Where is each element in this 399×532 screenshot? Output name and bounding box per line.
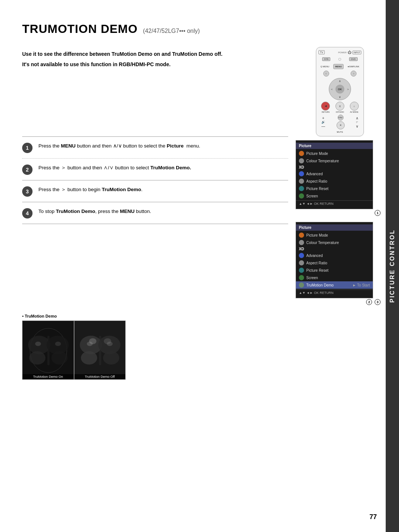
step-3-row: 3 Press the ＞ button to begin TruMotion … — [22, 180, 288, 202]
svg-point-6 — [51, 351, 68, 365]
remote-row-stb-dvd: STB ○ DVD — [318, 56, 361, 62]
remote-input-label: INPUT — [352, 51, 361, 54]
step-1-row: 1 Press the MENU button and then ∧/∨ but… — [22, 136, 288, 158]
side-bar: PICTURE CONTROL — [386, 0, 399, 532]
menu-1-icon-1 — [299, 151, 304, 156]
menu-1-item-advanced: Advanced — [296, 170, 373, 177]
demo-on-label: TruMotion Demo On — [23, 374, 74, 379]
remote-vol-row: + 🔊 — FAV ✕ ∧ P ∨ — [318, 115, 361, 129]
menu-1-label-3: Advanced — [306, 172, 323, 176]
svg-point-8 — [55, 342, 61, 346]
menu-2-label-3: Advanced — [306, 254, 323, 258]
circle-1: 1 — [375, 210, 381, 216]
menu-2-circles: 2 3 — [365, 299, 381, 305]
remote-dvd-btn[interactable]: DVD — [349, 57, 358, 61]
svg-point-18 — [104, 338, 111, 344]
menu-2: Picture Picture Mode Colour Temperature … — [296, 222, 373, 298]
svg-point-5 — [29, 351, 45, 365]
menu-2-label-5: Picture Reset — [306, 268, 328, 272]
remote-fav-btn[interactable]: FAV — [338, 115, 344, 121]
step-2-text: Press the ＞ button and then ∧/∨ button t… — [38, 164, 288, 172]
nav-down-arrow: ∨ — [339, 95, 341, 99]
menu-2-title: Picture — [296, 224, 373, 231]
menu-1-circle: 1 — [373, 210, 381, 216]
remote-qmenu-label: Q MENU — [320, 65, 329, 68]
svg-point-7 — [35, 342, 41, 346]
menu-2-item-aspect: Aspect Ratio — [296, 259, 373, 267]
remote-vol-icon: 🔊 — [321, 121, 325, 124]
title-section: TRUMOTION DEMO (42/47/52LG7••• only) — [22, 22, 381, 36]
menu-1-label-2: Colour Temperature — [306, 159, 339, 163]
step-3-text: Press the ＞ button to begin TruMotion De… — [38, 186, 288, 194]
menu-1-icon-3 — [299, 171, 304, 176]
svg-point-13 — [81, 351, 97, 365]
step-1-text: Press the MENU button and then ∧/∨ butto… — [38, 142, 288, 150]
menu-2-item-picreset: Picture Reset — [296, 267, 373, 274]
circle-3: 3 — [375, 299, 381, 305]
remote-return-label: RETURN — [322, 111, 330, 113]
remote-power-label: POWER — [338, 51, 347, 54]
menu-1-icon-6 — [299, 193, 304, 199]
menu-2-item-colortemp: Colour Temperature — [296, 239, 373, 246]
remote-menu-btn[interactable]: MENU — [333, 64, 344, 69]
page-title-main: TRUMOTION DEMO — [22, 22, 138, 35]
nav-ok-btn[interactable]: OK — [335, 85, 344, 94]
upper-section: Use it to see the difference between Tru… — [22, 43, 381, 136]
remote-ch-up[interactable]: ∧ — [356, 116, 358, 120]
menu-1-label-6: Screen — [306, 194, 318, 198]
menu-2-icon-7 — [299, 282, 304, 288]
menu-2-label-1: Picture Mode — [306, 233, 328, 237]
menu-screenshots: Picture Picture Mode Colour Temperature … — [296, 136, 381, 305]
remote-vol-minus[interactable]: — — [321, 124, 325, 128]
nav-up-arrow: ∧ — [339, 79, 341, 83]
step-1-number: 1 — [22, 143, 33, 153]
remote-return-btn[interactable]: ◀ — [321, 102, 330, 111]
menu-2-icon-2 — [299, 240, 304, 245]
remote-avmode-label: AV MODE — [350, 111, 358, 113]
steps-menus-area: 1 Press the MENU button and then ∧/∨ but… — [22, 136, 381, 305]
remote-stb-btn[interactable]: STB — [322, 57, 330, 61]
demo-butterfly-right-svg — [74, 321, 126, 380]
intro-line1: Use it to see the difference between Tru… — [22, 50, 288, 58]
remote-mute-label: MUTE — [318, 131, 361, 133]
menu-1-icon-2 — [299, 158, 304, 163]
remote-right-top-btn[interactable]: ○ — [351, 71, 357, 77]
menu-1-title: Picture — [296, 143, 373, 149]
demo-image-box: TruMotion Demo On — [22, 321, 126, 380]
menu-2-icon-1 — [299, 233, 304, 238]
menu-2-item-trumotion: TruMotion Demo ► To Start — [296, 281, 373, 289]
menu-1-container: Picture Picture Mode Colour Temperature … — [296, 140, 381, 216]
menu-2-label-2: Colour Temperature — [306, 241, 339, 245]
step-4-row: 4 To stop TruMotion Demo, press the MENU… — [22, 202, 288, 224]
menu-2-icon-6 — [299, 275, 304, 280]
remote-vol-plus[interactable]: + — [322, 116, 324, 120]
remote-nav-circle[interactable]: ∧ ∨ ＜ ＞ OK — [329, 78, 351, 100]
menu-1-item-picturemode: Picture Mode — [296, 150, 373, 157]
menu-2-icon-3 — [299, 253, 304, 258]
menu-1-label-1: Picture Mode — [306, 152, 328, 156]
remote-simplink-label: ●SIMPLINK — [348, 65, 359, 68]
remote-ch-down[interactable]: ∨ — [356, 124, 358, 128]
step-4-number: 4 — [22, 208, 33, 218]
remote-left-top-btn[interactable]: ○ — [323, 71, 329, 77]
remote-menu-row: Q MENU MENU ●SIMPLINK — [318, 64, 361, 69]
remote-xstudio-label: XSTUDIO — [336, 111, 344, 113]
menu-2-item-screen: Screen — [296, 274, 373, 281]
demo-butterfly-svg — [23, 321, 74, 380]
remote-power-icon: ⏻ — [348, 50, 351, 54]
menu-2-icon-5 — [299, 268, 304, 273]
demo-image-section: • TruMotion Demo — [22, 314, 381, 380]
menu-1-xd: XD — [296, 165, 373, 170]
menu-1-icon-4 — [299, 179, 304, 184]
remote-center-icon: ○ — [338, 56, 342, 62]
remote-mute-btn[interactable]: ✕ — [337, 121, 345, 129]
remote-avmode-btn[interactable]: ○ — [350, 102, 359, 111]
menu-2-xd: XD — [296, 246, 373, 252]
demo-off-label: TruMotion Demo Off — [74, 374, 125, 379]
menu-1-label-4: Aspect Ratio — [306, 179, 327, 183]
remote-xstudio-btn[interactable]: X — [335, 102, 344, 111]
menu-1-footer-text: ▲▼ ◄► OK RETURN — [299, 202, 334, 206]
remote-top-btns: ○ ○ — [318, 71, 361, 77]
svg-point-14 — [103, 351, 119, 365]
remote-return-row: ◀ RETURN X XSTUDIO ○ AV MODE — [318, 102, 361, 113]
